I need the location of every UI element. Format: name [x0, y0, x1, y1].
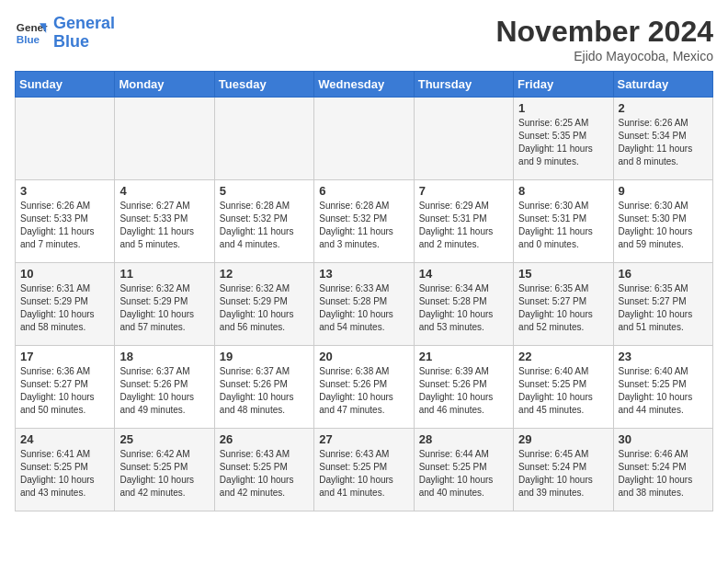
day-info: Sunrise: 6:38 AM Sunset: 5:26 PM Dayligh… [319, 365, 408, 417]
day-number: 21 [419, 350, 508, 363]
calendar-cell: 7Sunrise: 6:29 AM Sunset: 5:31 PM Daylig… [414, 180, 513, 263]
header-tuesday: Tuesday [214, 72, 313, 98]
calendar-week-2: 3Sunrise: 6:26 AM Sunset: 5:33 PM Daylig… [16, 180, 713, 263]
calendar-week-4: 17Sunrise: 6:36 AM Sunset: 5:27 PM Dayli… [16, 346, 713, 429]
day-info: Sunrise: 6:41 AM Sunset: 5:25 PM Dayligh… [20, 448, 109, 500]
calendar-cell [115, 98, 214, 180]
calendar-week-1: 1Sunrise: 6:25 AM Sunset: 5:35 PM Daylig… [16, 98, 713, 180]
calendar-cell [214, 98, 313, 180]
calendar-week-5: 24Sunrise: 6:41 AM Sunset: 5:25 PM Dayli… [16, 429, 713, 511]
day-info: Sunrise: 6:34 AM Sunset: 5:28 PM Dayligh… [419, 282, 508, 334]
day-number: 10 [20, 267, 109, 281]
calendar-cell: 22Sunrise: 6:40 AM Sunset: 5:25 PM Dayli… [514, 346, 613, 429]
day-number: 29 [518, 432, 608, 446]
day-number: 8 [518, 184, 608, 198]
day-number: 13 [319, 267, 408, 281]
day-info: Sunrise: 6:28 AM Sunset: 5:32 PM Dayligh… [220, 200, 309, 251]
header-friday: Friday [514, 72, 613, 98]
logo: General Blue GeneralBlue [15, 15, 115, 52]
day-number: 28 [419, 432, 508, 446]
calendar-cell: 27Sunrise: 6:43 AM Sunset: 5:25 PM Dayli… [314, 429, 414, 511]
day-number: 19 [220, 350, 309, 363]
calendar-cell: 28Sunrise: 6:44 AM Sunset: 5:25 PM Dayli… [414, 429, 513, 511]
calendar-cell [314, 98, 414, 180]
calendar-cell: 12Sunrise: 6:32 AM Sunset: 5:29 PM Dayli… [214, 263, 313, 346]
calendar-cell: 14Sunrise: 6:34 AM Sunset: 5:28 PM Dayli… [414, 263, 513, 346]
calendar-cell: 10Sunrise: 6:31 AM Sunset: 5:29 PM Dayli… [16, 263, 115, 346]
day-info: Sunrise: 6:40 AM Sunset: 5:25 PM Dayligh… [619, 365, 708, 417]
day-number: 11 [119, 267, 209, 281]
day-number: 3 [20, 184, 109, 198]
day-number: 27 [319, 432, 408, 446]
calendar-cell [16, 98, 115, 180]
calendar-cell: 15Sunrise: 6:35 AM Sunset: 5:27 PM Dayli… [514, 263, 613, 346]
calendar-cell: 6Sunrise: 6:28 AM Sunset: 5:32 PM Daylig… [314, 180, 414, 263]
calendar-cell: 26Sunrise: 6:43 AM Sunset: 5:25 PM Dayli… [214, 429, 313, 511]
day-number: 26 [220, 432, 309, 446]
calendar-table: SundayMondayTuesdayWednesdayThursdayFrid… [15, 71, 713, 511]
day-info: Sunrise: 6:43 AM Sunset: 5:25 PM Dayligh… [220, 448, 309, 500]
day-info: Sunrise: 6:29 AM Sunset: 5:31 PM Dayligh… [419, 200, 508, 251]
logo-icon: General Blue [15, 17, 48, 50]
calendar-cell: 20Sunrise: 6:38 AM Sunset: 5:26 PM Dayli… [314, 346, 414, 429]
calendar-cell: 2Sunrise: 6:26 AM Sunset: 5:34 PM Daylig… [613, 98, 712, 180]
day-number: 7 [419, 184, 508, 198]
day-number: 17 [20, 350, 109, 363]
day-number: 6 [319, 184, 408, 198]
day-info: Sunrise: 6:44 AM Sunset: 5:25 PM Dayligh… [419, 448, 508, 500]
header-sunday: Sunday [16, 72, 115, 98]
day-number: 2 [619, 101, 708, 115]
calendar-cell: 17Sunrise: 6:36 AM Sunset: 5:27 PM Dayli… [16, 346, 115, 429]
day-info: Sunrise: 6:32 AM Sunset: 5:29 PM Dayligh… [119, 282, 209, 334]
calendar-cell: 23Sunrise: 6:40 AM Sunset: 5:25 PM Dayli… [613, 346, 712, 429]
header-thursday: Thursday [414, 72, 513, 98]
day-info: Sunrise: 6:25 AM Sunset: 5:35 PM Dayligh… [518, 117, 608, 168]
calendar-cell: 13Sunrise: 6:33 AM Sunset: 5:28 PM Dayli… [314, 263, 414, 346]
header-wednesday: Wednesday [314, 72, 414, 98]
day-number: 12 [220, 267, 309, 281]
month-title: November 2024 [495, 15, 713, 49]
day-info: Sunrise: 6:33 AM Sunset: 5:28 PM Dayligh… [319, 282, 408, 334]
calendar-cell: 9Sunrise: 6:30 AM Sunset: 5:30 PM Daylig… [613, 180, 712, 263]
calendar-cell: 16Sunrise: 6:35 AM Sunset: 5:27 PM Dayli… [613, 263, 712, 346]
day-info: Sunrise: 6:36 AM Sunset: 5:27 PM Dayligh… [20, 365, 109, 417]
day-info: Sunrise: 6:37 AM Sunset: 5:26 PM Dayligh… [220, 365, 309, 417]
day-number: 20 [319, 350, 408, 363]
day-number: 15 [518, 267, 608, 281]
day-info: Sunrise: 6:37 AM Sunset: 5:26 PM Dayligh… [119, 365, 209, 417]
day-info: Sunrise: 6:35 AM Sunset: 5:27 PM Dayligh… [518, 282, 608, 334]
day-number: 9 [619, 184, 708, 198]
day-info: Sunrise: 6:28 AM Sunset: 5:32 PM Dayligh… [319, 200, 408, 251]
day-info: Sunrise: 6:43 AM Sunset: 5:25 PM Dayligh… [319, 448, 408, 500]
day-number: 25 [119, 432, 209, 446]
calendar-cell: 3Sunrise: 6:26 AM Sunset: 5:33 PM Daylig… [16, 180, 115, 263]
day-number: 18 [119, 350, 209, 363]
svg-text:Blue: Blue [17, 33, 40, 45]
calendar-cell: 8Sunrise: 6:30 AM Sunset: 5:31 PM Daylig… [514, 180, 613, 263]
day-info: Sunrise: 6:40 AM Sunset: 5:25 PM Dayligh… [518, 365, 608, 417]
day-info: Sunrise: 6:27 AM Sunset: 5:33 PM Dayligh… [119, 200, 209, 251]
day-info: Sunrise: 6:42 AM Sunset: 5:25 PM Dayligh… [119, 448, 209, 500]
calendar-cell: 29Sunrise: 6:45 AM Sunset: 5:24 PM Dayli… [514, 429, 613, 511]
day-number: 30 [619, 432, 708, 446]
day-info: Sunrise: 6:35 AM Sunset: 5:27 PM Dayligh… [619, 282, 708, 334]
day-info: Sunrise: 6:31 AM Sunset: 5:29 PM Dayligh… [20, 282, 109, 334]
day-info: Sunrise: 6:39 AM Sunset: 5:26 PM Dayligh… [419, 365, 508, 417]
title-block: November 2024 Ejido Mayocoba, Mexico [495, 15, 713, 63]
calendar-header-row: SundayMondayTuesdayWednesdayThursdayFrid… [16, 72, 713, 98]
day-info: Sunrise: 6:26 AM Sunset: 5:34 PM Dayligh… [619, 117, 708, 168]
day-number: 16 [619, 267, 708, 281]
location: Ejido Mayocoba, Mexico [495, 49, 713, 63]
logo-text: GeneralBlue [53, 15, 115, 52]
day-info: Sunrise: 6:46 AM Sunset: 5:24 PM Dayligh… [619, 448, 708, 500]
header-saturday: Saturday [613, 72, 712, 98]
calendar-cell: 24Sunrise: 6:41 AM Sunset: 5:25 PM Dayli… [16, 429, 115, 511]
calendar-cell [414, 98, 513, 180]
day-info: Sunrise: 6:30 AM Sunset: 5:30 PM Dayligh… [619, 200, 708, 251]
page-header: General Blue GeneralBlue November 2024 E… [15, 15, 713, 63]
calendar-cell: 1Sunrise: 6:25 AM Sunset: 5:35 PM Daylig… [514, 98, 613, 180]
day-info: Sunrise: 6:32 AM Sunset: 5:29 PM Dayligh… [220, 282, 309, 334]
header-monday: Monday [115, 72, 214, 98]
day-info: Sunrise: 6:45 AM Sunset: 5:24 PM Dayligh… [518, 448, 608, 500]
day-number: 1 [518, 101, 608, 115]
